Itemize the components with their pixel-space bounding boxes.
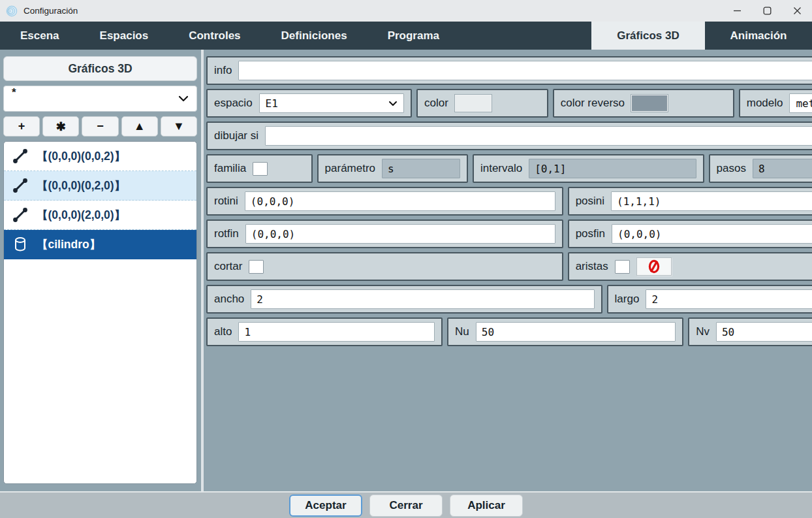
- color-field-group: color: [416, 89, 548, 118]
- window-title: Configuración: [23, 6, 78, 16]
- familia-checkbox[interactable]: [253, 162, 268, 176]
- intervalo-label: intervalo: [480, 162, 522, 175]
- move-up-button[interactable]: ▲: [121, 116, 158, 137]
- list-item-label: 【cilindro】: [37, 236, 101, 252]
- list-item-label: 【(0,0,0)(0,0,2)】: [37, 148, 125, 164]
- aristas-checkbox[interactable]: [615, 260, 630, 274]
- color-reverso-field-group: color reverso: [553, 89, 734, 118]
- graphics-3d-sidebar: Gráficos 3D * + ✱ − ▲ ▼ 【(0,0,0)(0,0,2: [0, 50, 201, 491]
- graphic-properties-form: info espacio E1 color color reve: [204, 50, 812, 491]
- list-item[interactable]: 【(0,0,0)(0,2,0)】: [4, 171, 196, 201]
- cortar-field-group: cortar: [206, 252, 563, 281]
- rotfin-field-group: rotfin: [206, 219, 563, 248]
- cylinder-icon: [12, 236, 29, 253]
- info-label: info: [214, 64, 232, 77]
- rotini-input[interactable]: [245, 191, 555, 211]
- largo-field-group: largo: [607, 285, 812, 314]
- filter-select[interactable]: *: [3, 86, 197, 112]
- nu-field-group: Nu: [447, 317, 683, 346]
- tab-definiciones[interactable]: Definiciones: [261, 22, 367, 50]
- color-reverso-label: color reverso: [561, 97, 625, 110]
- info-input[interactable]: [238, 61, 812, 80]
- parametro-label: parámetro: [325, 162, 375, 175]
- modelo-select-value: metal: [796, 97, 812, 110]
- posfin-field-group: posfin: [568, 219, 812, 248]
- dibujar-si-input[interactable]: [265, 126, 812, 146]
- cortar-checkbox[interactable]: [249, 260, 264, 274]
- tab-controles[interactable]: Controles: [168, 22, 260, 50]
- tab-espacios[interactable]: Espacios: [80, 22, 169, 50]
- alto-field-group: alto: [206, 317, 443, 346]
- aristas-label: aristas: [576, 260, 608, 273]
- posfin-input[interactable]: [612, 224, 812, 244]
- rotini-field-group: rotini: [206, 187, 563, 216]
- list-toolbar: + ✱ − ▲ ▼: [3, 116, 197, 137]
- dialog-footer: Aceptar Cerrar Aplicar: [0, 491, 812, 518]
- nu-label: Nu: [455, 325, 469, 338]
- aristas-color-button[interactable]: [636, 257, 672, 276]
- list-item-label: 【(0,0,0)(0,2,0)】: [37, 178, 125, 193]
- color-reverso-swatch[interactable]: [631, 95, 668, 112]
- maximize-button[interactable]: [752, 0, 782, 22]
- duplicate-item-button[interactable]: ✱: [42, 116, 79, 137]
- espacio-select-value: E1: [266, 97, 278, 110]
- no-entry-icon: [646, 259, 662, 274]
- ancho-field-group: ancho: [206, 285, 602, 314]
- familia-label: familia: [214, 162, 246, 175]
- intervalo-input: [529, 159, 696, 178]
- app-logo-icon: [5, 5, 18, 18]
- tab-graficos-3d[interactable]: Gráficos 3D: [591, 22, 705, 50]
- espacio-field-group: espacio E1: [206, 89, 412, 118]
- rotfin-input[interactable]: [245, 224, 555, 244]
- info-field-group: info: [206, 56, 812, 85]
- posfin-label: posfin: [576, 227, 605, 240]
- list-item-selected[interactable]: 【cilindro】: [4, 230, 196, 259]
- posini-input[interactable]: [611, 191, 812, 211]
- ancho-label: ancho: [214, 293, 244, 306]
- tab-escena[interactable]: Escena: [0, 22, 80, 50]
- tab-programa[interactable]: Programa: [367, 22, 460, 50]
- rotini-label: rotini: [214, 195, 238, 208]
- alto-input[interactable]: [238, 322, 435, 342]
- list-item-label: 【(0,0,0)(2,0,0)】: [37, 207, 125, 223]
- espacio-select[interactable]: E1: [259, 93, 404, 113]
- cerrar-button[interactable]: Cerrar: [369, 494, 443, 517]
- close-button[interactable]: [782, 0, 812, 22]
- largo-input[interactable]: [646, 289, 812, 309]
- nv-field-group: Nv: [688, 317, 812, 346]
- aplicar-button[interactable]: Aplicar: [450, 494, 523, 517]
- content-area: Gráficos 3D * + ✱ − ▲ ▼ 【(0,0,0)(0,0,2: [0, 50, 812, 491]
- nv-input[interactable]: [716, 322, 812, 342]
- filter-select-value: *: [12, 86, 16, 99]
- segment-icon: [12, 206, 29, 223]
- segment-icon: [12, 177, 29, 194]
- tab-animacion[interactable]: Animación: [705, 22, 812, 50]
- modelo-select[interactable]: metal: [789, 93, 812, 113]
- tab-bar: Escena Espacios Controles Definiciones P…: [0, 22, 812, 50]
- add-item-button[interactable]: +: [3, 116, 40, 137]
- dibujar-si-label: dibujar si: [214, 129, 258, 142]
- espacio-label: espacio: [214, 97, 253, 110]
- window-controls: [722, 0, 812, 22]
- chevron-down-icon: [178, 95, 189, 102]
- pasos-label: pasos: [717, 162, 746, 175]
- color-swatch[interactable]: [455, 95, 492, 112]
- title-bar: Configuración: [0, 0, 812, 22]
- list-item[interactable]: 【(0,0,0)(0,0,2)】: [4, 142, 196, 171]
- move-down-button[interactable]: ▼: [161, 116, 197, 137]
- configuration-window: Configuración Escena Espacios Controles …: [0, 0, 812, 518]
- nv-label: Nv: [696, 325, 710, 338]
- minimize-button[interactable]: [722, 0, 752, 22]
- intervalo-field-group: intervalo: [473, 154, 704, 183]
- chevron-down-icon: [388, 101, 398, 106]
- pasos-input: [753, 159, 812, 178]
- cortar-label: cortar: [214, 260, 242, 273]
- dibujar-si-field-group: dibujar si: [206, 121, 812, 150]
- ancho-input[interactable]: [251, 289, 594, 309]
- nu-input[interactable]: [476, 322, 676, 342]
- largo-label: largo: [615, 293, 640, 306]
- aceptar-button[interactable]: Aceptar: [289, 494, 362, 517]
- modelo-label: modelo: [747, 97, 783, 110]
- list-item[interactable]: 【(0,0,0)(2,0,0)】: [4, 201, 196, 230]
- remove-item-button[interactable]: −: [82, 116, 118, 137]
